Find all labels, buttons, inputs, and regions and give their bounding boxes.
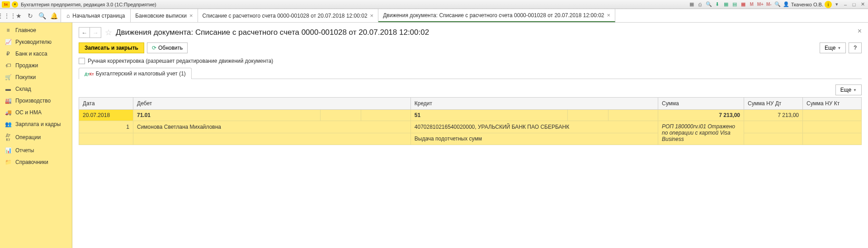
app-logo-icon: 1c: [2, 1, 10, 8]
nav-back-button[interactable]: ←: [79, 28, 90, 37]
th-sum[interactable]: Сумма: [658, 98, 744, 110]
m-minus-icon[interactable]: M-: [765, 1, 773, 8]
dk-icon: ДтКт: [85, 70, 94, 77]
sidebar-label: Отчеты: [15, 147, 34, 154]
cell-empty: [609, 110, 658, 121]
tab-writeoff[interactable]: Списание с расчетного счета 0000-001028 …: [198, 9, 379, 22]
search-tb-icon[interactable]: 🔍: [38, 12, 46, 20]
cell-nudt: 7 213,00: [744, 110, 803, 121]
close-icon[interactable]: ×: [189, 12, 193, 19]
grid-icon[interactable]: ▦: [722, 1, 730, 8]
cell-nukt: [803, 110, 862, 121]
more-label: Еще: [840, 87, 851, 93]
sidebar-item-production[interactable]: 🏭Производство: [0, 95, 72, 107]
toolbar: ⋮⋮⋮ ★ ↻ 🔍 🔔 ⌂ Начальная страница Банковс…: [0, 9, 868, 23]
print-icon[interactable]: ⎙: [697, 1, 704, 8]
history-icon[interactable]: ↻: [26, 12, 34, 20]
manual-edit-checkbox[interactable]: [79, 58, 85, 64]
sidebar-item-main[interactable]: ≡Главное: [0, 24, 72, 36]
cell-empty: [320, 110, 361, 121]
sidebar-item-manager[interactable]: 📈Руководителю: [0, 36, 72, 48]
sidebar-label: Справочники: [15, 159, 48, 165]
th-debit[interactable]: Дебет: [133, 98, 411, 110]
cell-empty: [744, 121, 803, 133]
favorite-star-icon[interactable]: ☆: [105, 28, 112, 37]
search-icon[interactable]: 🔍: [705, 1, 712, 8]
ruble-icon: ₽: [5, 51, 12, 57]
app-title: Бухгалтерия предприятия, редакция 3.0 (1…: [21, 2, 156, 7]
report-icon: 📊: [5, 147, 12, 154]
table-row[interactable]: 1 Симонова Светлана Михайловна 407028102…: [79, 121, 862, 133]
dkkt-icon: ДтКт: [5, 133, 12, 142]
sidebar-item-warehouse[interactable]: ▬Склад: [0, 83, 72, 95]
cell-empty: [803, 133, 862, 145]
chevron-down-icon: ▼: [837, 46, 841, 50]
sidebar-label: Зарплата и кадры: [15, 121, 61, 127]
sidebar-item-sales[interactable]: 🏷Продажи: [0, 60, 72, 71]
sidebar-item-reports[interactable]: 📊Отчеты: [0, 145, 72, 156]
cell-sum: 7 213,00: [658, 110, 744, 121]
warehouse-icon: ▬: [5, 86, 12, 92]
th-nukt[interactable]: Сумма НУ Кт: [803, 98, 862, 110]
page-title: Движения документа: Списание с расчетног…: [116, 28, 429, 37]
sidebar-label: Покупки: [15, 74, 36, 80]
download-icon[interactable]: ⬇: [714, 1, 721, 8]
table-row[interactable]: 20.07.2018 71.01 51 7 213,00 7 213,00: [79, 110, 862, 121]
tab-home[interactable]: ⌂ Начальная страница: [61, 9, 131, 22]
sidebar-item-assets[interactable]: 🚚ОС и НМА: [0, 107, 72, 118]
table-row[interactable]: Выдача подотчетных сумм: [79, 133, 862, 145]
tb-icon-1[interactable]: ▦: [688, 1, 695, 8]
accounting-tab[interactable]: ДтКт Бухгалтерский и налоговый учет (1): [79, 68, 192, 79]
close-icon[interactable]: ×: [370, 12, 374, 19]
info-icon[interactable]: i: [825, 1, 832, 8]
bell-icon[interactable]: 🔔: [50, 12, 58, 20]
m-plus-icon[interactable]: M+: [757, 1, 764, 8]
apps-icon[interactable]: ⋮⋮⋮: [3, 12, 11, 20]
menu-icon: ≡: [5, 27, 12, 33]
th-date[interactable]: Дата: [79, 98, 133, 110]
close-window-icon[interactable]: ✕: [859, 1, 866, 8]
th-nudt[interactable]: Сумма НУ Дт: [744, 98, 803, 110]
nav-forward-button[interactable]: →: [90, 28, 101, 37]
app-menu-dropdown[interactable]: ▾: [12, 1, 18, 8]
help-button[interactable]: ?: [849, 42, 862, 53]
calendar-icon[interactable]: ▦: [740, 1, 747, 8]
star-icon[interactable]: ★: [14, 12, 23, 20]
sidebar-item-purchases[interactable]: 🛒Покупки: [0, 71, 72, 83]
calc-icon[interactable]: ▤: [731, 1, 738, 8]
sidebar-item-directories[interactable]: 📁Справочники: [0, 156, 72, 168]
sidebar-label: Склад: [15, 86, 31, 92]
tab-label: Банковские выписки: [135, 13, 187, 19]
table-more-button[interactable]: Еще▼: [835, 84, 862, 95]
dropdown-icon[interactable]: ▾: [833, 1, 840, 8]
more-label: Еще: [825, 45, 835, 51]
sidebar-label: Банк и касса: [15, 51, 47, 57]
cell-empty: [133, 133, 411, 145]
th-credit[interactable]: Кредит: [410, 98, 658, 110]
zoom-icon[interactable]: 🔍: [774, 1, 781, 8]
sidebar-item-bank[interactable]: ₽Банк и касса: [0, 48, 72, 60]
sidebar: ≡Главное 📈Руководителю ₽Банк и касса 🏷Пр…: [0, 23, 72, 248]
close-icon[interactable]: ×: [607, 12, 610, 19]
truck-icon: 🚚: [5, 109, 12, 116]
postings-table: Дата Дебет Кредит Сумма Сумма НУ Дт Сумм…: [79, 97, 862, 145]
sidebar-item-operations[interactable]: ДтКтОперации: [0, 130, 72, 145]
more-button[interactable]: Еще▼: [820, 42, 846, 53]
content: × ← → ☆ Движения документа: Списание с р…: [72, 23, 868, 248]
maximize-icon[interactable]: □: [850, 1, 858, 8]
manual-edit-label: Ручная корректировка (разрешает редактир…: [88, 58, 273, 64]
m-icon[interactable]: M: [748, 1, 755, 8]
cell-debit-account: 71.01: [133, 110, 321, 121]
chart-icon: 📈: [5, 39, 12, 45]
close-page-button[interactable]: ×: [858, 27, 862, 35]
sidebar-item-salary[interactable]: 👥Зарплата и кадры: [0, 118, 72, 130]
cell-empty: [568, 110, 609, 121]
factory-icon: 🏭: [5, 98, 12, 104]
cell-credit-sub: 40702810216540020000, УРАЛЬСКИЙ БАНК ПАО…: [410, 121, 658, 133]
refresh-button[interactable]: ⟳Обновить: [147, 42, 188, 53]
tab-movements[interactable]: Движения документа: Списание с расчетног…: [378, 9, 615, 22]
tab-bank-statements[interactable]: Банковские выписки ×: [131, 9, 198, 22]
save-close-button[interactable]: Записать и закрыть: [79, 42, 144, 53]
user-icon[interactable]: 👤: [783, 1, 790, 8]
minimize-icon[interactable]: –: [842, 1, 849, 8]
